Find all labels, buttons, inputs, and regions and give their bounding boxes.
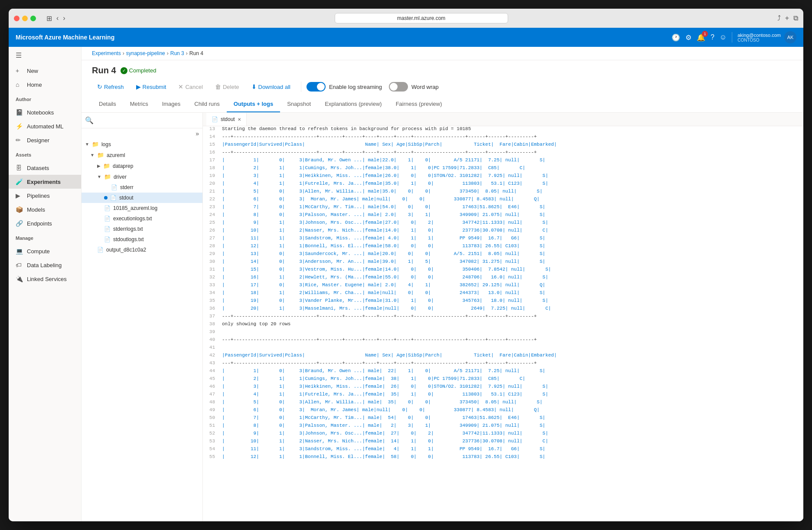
delete-label: Delete	[223, 84, 239, 90]
cancel-label: Cancel	[185, 84, 202, 90]
history-icon[interactable]: 🕐	[672, 33, 680, 42]
line-number: 16	[203, 150, 220, 157]
tree-item-azureml-log[interactable]: 📄 10185_azureml.log	[82, 203, 202, 213]
sidebar-item-pipelines[interactable]: ▶ Pipelines	[9, 189, 81, 203]
tree-item-stderr-logs[interactable]: 📄 stderrlogs.txt	[82, 224, 202, 234]
close-tab-icon[interactable]: ✕	[238, 117, 241, 122]
sidebar-label-linked-services: Linked Services	[27, 276, 67, 282]
help-icon[interactable]: ?	[711, 33, 714, 41]
line-number: 29	[203, 251, 220, 259]
line-number: 50	[203, 415, 220, 423]
share-icon[interactable]: ⤴	[777, 14, 781, 22]
sidebar-item-linked-services[interactable]: 🔌 Linked Services	[9, 272, 81, 286]
maximize-button[interactable]	[30, 16, 36, 21]
log-streaming-toggle[interactable]	[307, 82, 326, 92]
log-line: 41	[203, 345, 803, 353]
tab-child-runs[interactable]: Child runs	[187, 96, 227, 112]
log-line: 38only showing top 20 rows	[203, 321, 803, 329]
sidebar-menu-icon[interactable]: ☰	[9, 47, 81, 64]
log-line: 36| 20| 1| 3|Masselmani, Mrs. ...|female…	[203, 306, 803, 314]
tree-item-stdout-logs[interactable]: 📄 stdoutlogs.txt	[82, 234, 202, 245]
sidebar-section-manage: Manage	[9, 232, 81, 244]
tab-metrics[interactable]: Metrics	[123, 96, 155, 112]
sidebar-item-designer[interactable]: ✏ Designer	[9, 133, 81, 147]
tab-snapshot[interactable]: Snapshot	[280, 96, 318, 112]
address-bar[interactable]: master.ml.azure.com	[335, 13, 508, 23]
back-icon[interactable]: ‹	[56, 14, 59, 23]
breadcrumb-run3[interactable]: Run 3	[170, 50, 184, 56]
sidebar-section-author: Author	[9, 93, 81, 105]
breadcrumb-pipeline[interactable]: synapse-pipeline	[126, 50, 165, 56]
tree-item-azureml[interactable]: ▼ 📁 azureml	[82, 150, 202, 160]
log-tab-stdout[interactable]: 📄 stdout ✕	[206, 113, 247, 126]
tree-item-stdout[interactable]: 📄 stdout	[82, 193, 202, 203]
sidebar-item-data-labeling[interactable]: 🏷 Data Labeling	[9, 258, 81, 272]
close-button[interactable]	[14, 16, 20, 21]
tree-item-output[interactable]: 📄 output_d8c1c0a2	[82, 245, 202, 255]
sidebar-item-compute[interactable]: 💻 Compute	[9, 244, 81, 258]
log-line: 26| 10| 1| 2|Nasser, Mrs. Nich...|female…	[203, 228, 803, 236]
feedback-icon[interactable]: ☺	[720, 33, 727, 41]
cancel-icon: ✕	[178, 83, 183, 90]
line-text: | 1| 0| 3|Braund, Mr. Owen ...| male| 22…	[220, 368, 545, 376]
line-text: | 8| 0| 3|Palsson, Master. ...| male| 2|…	[220, 423, 545, 431]
download-all-button[interactable]: ⬇ Download all	[246, 81, 296, 93]
breadcrumb-experiments[interactable]: Experiments	[92, 50, 121, 56]
line-number: 13	[203, 126, 220, 134]
tab-fairness[interactable]: Fairness (preview)	[389, 96, 449, 112]
tab-explanations[interactable]: Explanations (preview)	[318, 96, 389, 112]
sidebar-item-datasets[interactable]: 🗄 Datasets	[9, 161, 81, 175]
log-content[interactable]: 13Starting the daemon thread to refresh …	[203, 126, 803, 521]
add-tab-icon[interactable]: +	[785, 14, 789, 22]
sidebar-item-home[interactable]: ⌂ Home	[9, 78, 81, 92]
tree-item-driver[interactable]: ▼ 📁 driver	[82, 171, 202, 182]
sidebar-item-endpoints[interactable]: 🔗 Endpoints	[9, 216, 81, 230]
download-all-label: Download all	[258, 84, 290, 90]
tab-outputs-logs[interactable]: Outputs + logs	[227, 96, 280, 112]
sidebar-toggle-icon[interactable]: ⊞	[46, 14, 52, 23]
tabs-icon[interactable]: ⧉	[793, 14, 798, 22]
file-icon: 📄	[104, 205, 111, 211]
sidebar-item-automated-ml[interactable]: ⚡ Automated ML	[9, 119, 81, 133]
tree-item-dataprep[interactable]: ▶ 📁 dataprep	[82, 160, 202, 171]
line-text: | 1| 0| 3|Braund, Mr. Owen ...| male|22.…	[220, 157, 545, 165]
settings-icon[interactable]: ⚙	[685, 33, 691, 42]
tree-item-execution-logs[interactable]: 📄 executionlogs.txt	[82, 213, 202, 224]
user-info[interactable]: aking@contoso.com CONTOSO AK	[737, 31, 796, 43]
sidebar-item-new[interactable]: + New	[9, 64, 81, 78]
log-line: 34| 18| 1| 2|Williams, Mr. Cha...| male|…	[203, 290, 803, 298]
collapse-icon[interactable]: »	[196, 130, 199, 137]
forward-icon[interactable]: ›	[63, 14, 65, 23]
cancel-button[interactable]: ✕ Cancel	[173, 81, 208, 93]
log-tab-label: stdout	[221, 116, 235, 122]
word-wrap-toggle[interactable]	[389, 82, 408, 92]
line-number: 24	[203, 212, 220, 220]
minimize-button[interactable]	[22, 16, 28, 21]
line-text: | 9| 1| 3|Johnson, Mrs. Osc...|female| 2…	[220, 431, 548, 438]
tree-item-stderr[interactable]: 📄 stderr	[82, 182, 202, 193]
line-text: | 12| 1| 1|Bonnell, Miss. El...|female| …	[220, 454, 545, 462]
tree-item-logs[interactable]: ▼ 📁 logs	[82, 139, 202, 150]
sidebar-item-models[interactable]: 📦 Models	[9, 203, 81, 216]
delete-button[interactable]: 🗑 Delete	[210, 81, 245, 93]
refresh-button[interactable]: ↻ Refresh	[92, 81, 129, 93]
traffic-lights	[14, 16, 36, 21]
log-line: 20| 4| 1| 1|Futrelle, Mrs. Ja...|female|…	[203, 181, 803, 189]
file-tab-icon: 📄	[212, 116, 218, 122]
line-text: | 4| 1| 1|Futrelle, Mrs. Ja...|female|35…	[220, 181, 548, 189]
resubmit-button[interactable]: ▶ Resubmit	[131, 81, 172, 93]
line-number: 52	[203, 431, 220, 438]
log-line: 31| 15| 0| 3|Vestrom, Miss. Hu...|female…	[203, 267, 803, 275]
tab-details[interactable]: Details	[92, 96, 123, 112]
avatar[interactable]: AK	[784, 31, 796, 43]
file-tree-items: ▼ 📁 logs ▼ 📁 azureml ▶	[82, 139, 202, 521]
notifications[interactable]: 🔔 1	[697, 33, 705, 42]
tab-images[interactable]: Images	[155, 96, 188, 112]
line-number: 46	[203, 384, 220, 392]
log-line: 53| 10| 1| 2|Nasser, Mrs. Nich...|female…	[203, 438, 803, 446]
sidebar-item-experiments[interactable]: 🧪 Experiments	[9, 175, 81, 189]
line-number: 30	[203, 259, 220, 267]
file-search-input[interactable]	[95, 117, 199, 124]
sidebar-item-notebooks[interactable]: 📓 Notebooks	[9, 105, 81, 119]
line-number: 38	[203, 321, 220, 329]
